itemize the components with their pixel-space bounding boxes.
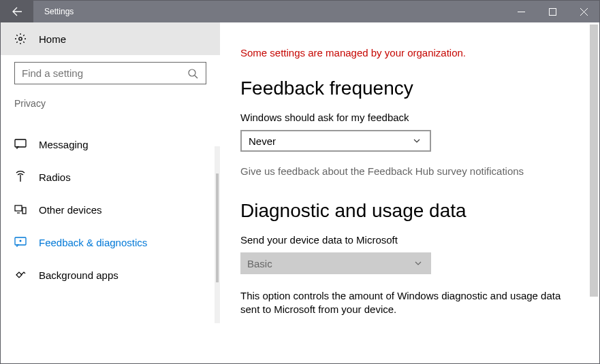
sidebar-item-label: Other devices: [39, 204, 102, 216]
sidebar-item-label: Feedback & diagnostics: [39, 237, 147, 248]
sidebar-item-other-devices[interactable]: Other devices: [1, 193, 220, 226]
titlebar: Settings: [1, 1, 599, 22]
sidebar-item-radios[interactable]: Radios: [1, 161, 220, 193]
sidebar-scrollbar-thumb[interactable]: [216, 173, 219, 282]
diagnostic-heading: Diagnostic and usage data: [240, 200, 579, 222]
diagnostic-field-label: Send your device data to Microsoft: [240, 234, 579, 246]
feedback-field-label: Windows should ask for my feedback: [240, 112, 579, 123]
apps-icon: [14, 269, 27, 281]
svg-point-7: [20, 240, 22, 242]
back-button[interactable]: [1, 1, 33, 22]
email-icon: [14, 114, 27, 127]
nav-list: Email Messaging Radios: [1, 114, 220, 363]
main-scrollbar[interactable]: [588, 22, 599, 363]
messaging-icon: [14, 138, 27, 150]
home-button[interactable]: Home: [1, 22, 220, 55]
sidebar-item-label: Radios: [39, 171, 71, 183]
chevron-down-icon: [411, 135, 423, 147]
back-arrow-icon: [11, 5, 23, 18]
sidebar-item-feedback-diagnostics[interactable]: Feedback & diagnostics: [1, 226, 220, 259]
org-managed-notice: Some settings are managed by your organi…: [240, 47, 579, 59]
window-title: Settings: [33, 7, 505, 16]
search-icon: [187, 67, 199, 80]
svg-rect-4: [15, 205, 22, 211]
maximize-icon: [549, 8, 556, 16]
main-scrollbar-thumb[interactable]: [590, 24, 598, 297]
close-icon: [580, 8, 588, 16]
svg-point-2: [189, 69, 195, 76]
svg-rect-3: [15, 139, 26, 147]
close-button[interactable]: [568, 1, 599, 22]
sidebar-item-label: Background apps: [39, 269, 119, 281]
feedback-heading: Feedback frequency: [240, 78, 579, 99]
sidebar-item-background-apps[interactable]: Background apps: [1, 259, 220, 291]
feedback-icon: [14, 236, 27, 248]
chevron-down-icon: [412, 257, 424, 269]
diagnostic-level-select: Basic: [240, 252, 431, 274]
svg-rect-5: [22, 208, 26, 214]
svg-point-1: [19, 37, 22, 40]
minimize-button[interactable]: [505, 1, 537, 22]
sidebar-item-messaging[interactable]: Messaging: [1, 128, 220, 161]
sidebar-scrollbar[interactable]: [215, 146, 220, 323]
main-panel: Some settings are managed by your organi…: [220, 22, 599, 363]
category-label: Privacy: [1, 84, 220, 114]
radios-icon: [14, 171, 27, 183]
sidebar-item-label: Messaging: [39, 139, 89, 150]
feedback-hub-link[interactable]: Give us feedback about the Feedback Hub …: [240, 165, 579, 177]
diagnostic-level-value: Basic: [247, 258, 272, 269]
minimize-icon: [518, 8, 525, 16]
feedback-frequency-select[interactable]: Never: [240, 130, 431, 152]
home-label: Home: [39, 33, 66, 45]
search-field[interactable]: [22, 67, 187, 79]
devices-icon: [14, 203, 27, 216]
sidebar-item-email[interactable]: Email: [1, 114, 220, 128]
diagnostic-description: This option controls the amount of Windo…: [240, 289, 567, 317]
gear-icon: [14, 33, 27, 45]
maximize-button[interactable]: [537, 1, 568, 22]
feedback-frequency-value: Never: [249, 135, 276, 147]
svg-rect-0: [549, 8, 556, 15]
search-input[interactable]: [14, 62, 206, 84]
sidebar: Home Privacy Email Messa: [1, 22, 220, 363]
